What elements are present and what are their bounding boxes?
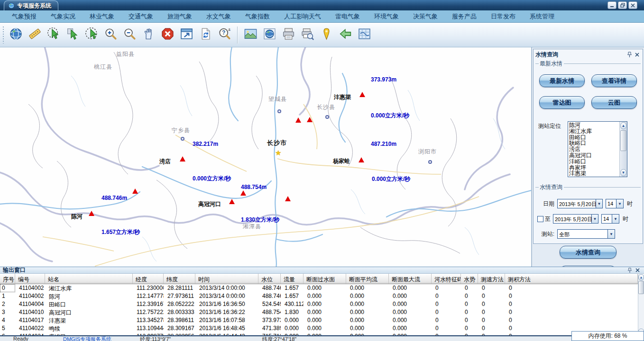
station-list-item[interactable]: 沣惠渠 [569, 170, 619, 177]
menu-item-4[interactable]: 旅游气象 [160, 11, 199, 22]
select-circle-button[interactable] [82, 25, 101, 45]
end-hour-select[interactable]: 14 ▼ [601, 214, 619, 224]
station-list-item[interactable]: 高冠河口 [569, 153, 619, 159]
station-triangle-marker[interactable] [285, 196, 291, 201]
start-hour-select[interactable]: 14 ▼ [606, 199, 624, 208]
close-button[interactable] [628, 1, 637, 9]
pin-icon[interactable] [626, 51, 633, 58]
print-preview-button[interactable] [298, 25, 317, 45]
station-list-item[interactable]: 沣峪口 [569, 159, 619, 165]
menu-item-7[interactable]: 人工影响天气 [277, 11, 328, 22]
latest-button-1[interactable]: 查看详情 [591, 74, 637, 87]
column-header-5[interactable]: 时间 [195, 274, 258, 284]
start-date-select[interactable]: 2013年 5月20日 ▼ [557, 199, 603, 208]
menu-item-6[interactable]: 气象指数 [238, 11, 277, 22]
chevron-down-icon[interactable]: ▼ [616, 199, 623, 208]
station-triangle-marker[interactable] [295, 117, 301, 123]
close-icon[interactable] [633, 51, 641, 58]
overview-map-button[interactable] [355, 25, 374, 45]
latest-button-0[interactable]: 最新水情 [539, 74, 585, 87]
station-triangle-marker[interactable] [240, 190, 246, 196]
station-list-item[interactable]: 陈河 [569, 122, 619, 128]
menu-item-13[interactable]: 系统管理 [523, 11, 561, 22]
pin-icon[interactable] [626, 267, 634, 274]
column-header-13[interactable]: 测速方法 [478, 274, 505, 284]
menu-item-0[interactable]: 气象预报 [5, 11, 44, 22]
column-header-7[interactable]: 流量 [281, 274, 304, 284]
menu-item-8[interactable]: 雷电气象 [328, 11, 367, 22]
back-button[interactable] [336, 25, 355, 45]
zoom-out-button[interactable] [120, 25, 139, 45]
menu-item-1[interactable]: 气象实况 [44, 11, 83, 22]
scrollbar-track[interactable] [620, 130, 627, 169]
column-header-12[interactable]: 水势 [461, 274, 478, 284]
refresh-button[interactable] [196, 25, 215, 45]
station-triangle-marker[interactable] [307, 117, 313, 122]
select-arrow-button[interactable] [63, 25, 82, 45]
column-header-4[interactable]: 纬度 [164, 274, 195, 284]
scrollbar-thumb[interactable] [638, 281, 644, 294]
world-view-button[interactable] [260, 25, 279, 45]
end-date-select[interactable]: 2013年 5月20日 ▼ [553, 214, 598, 224]
restore-button[interactable] [618, 1, 627, 9]
pan-hand-button[interactable] [139, 25, 158, 45]
table-row[interactable]: 241104004田峪口112.33916728.0522222013/1/6 … [0, 300, 638, 308]
scrollbar-track[interactable] [638, 281, 644, 328]
station-triangle-marker[interactable] [89, 211, 94, 216]
column-header-3[interactable]: 经度 [133, 274, 164, 284]
column-header-2[interactable]: 站名 [45, 274, 133, 284]
station-list-item[interactable]: 湘江水库 [569, 128, 619, 135]
station-triangle-marker[interactable] [132, 188, 138, 194]
toolbar-drag-handle[interactable] [2, 27, 5, 44]
full-extent-button[interactable] [177, 25, 196, 45]
measure-ruler-button[interactable] [25, 25, 44, 45]
zoom-in-button[interactable] [101, 25, 120, 45]
station-triangle-marker[interactable] [180, 156, 185, 162]
print-button[interactable] [279, 25, 298, 45]
identify-button[interactable]: ?± [215, 25, 234, 45]
scroll-up-button[interactable]: ▲ [638, 274, 644, 280]
globe-button[interactable] [6, 25, 25, 45]
latest-button-3[interactable]: 云图 [591, 96, 637, 109]
table-row[interactable]: 441104017沣惠渠113.34527828.3986112013/1/6 … [0, 316, 638, 324]
column-header-11[interactable]: 河水特征码 [432, 274, 461, 284]
chevron-down-icon[interactable]: ▼ [596, 199, 602, 208]
map-canvas[interactable]: 益阳县桃江县宁乡县望城县长沙县湘潭县浏阳市长沙市涝店陈河高冠河口杨家蛙沣惠渠38… [0, 47, 532, 267]
menu-item-12[interactable]: 日常发布 [484, 11, 523, 22]
menu-item-11[interactable]: 服务产品 [445, 11, 484, 22]
chevron-down-icon[interactable]: ▼ [607, 230, 615, 238]
menu-item-10[interactable]: 决策气象 [406, 11, 445, 22]
menu-item-3[interactable]: 交通气象 [121, 11, 160, 22]
image-export-button[interactable] [241, 25, 260, 45]
chevron-down-icon[interactable]: ▼ [612, 215, 619, 223]
column-header-6[interactable]: 水位 [258, 274, 281, 284]
table-row[interactable]: 141104002陈河112.14777827.9736112013/3/14 … [0, 292, 638, 300]
table-row[interactable]: 341104010高冠河口112.75722228.0033332013/1/6… [0, 308, 638, 316]
scroll-down-button[interactable]: ▼ [620, 169, 626, 176]
to-date-checkbox[interactable] [537, 216, 543, 222]
menu-item-2[interactable]: 林业气象 [83, 11, 121, 22]
close-icon[interactable] [634, 267, 641, 274]
chevron-down-icon[interactable]: ▼ [591, 215, 598, 223]
column-header-0[interactable]: 序号 [0, 274, 15, 284]
menu-item-9[interactable]: 环境气象 [367, 11, 406, 22]
table-row[interactable]: 541104022鸣犊113.10944428.3091672013/1/6 1… [0, 324, 638, 332]
table-row[interactable]: 041104002湘江水库111.23000028.2811112013/3/1… [0, 284, 638, 292]
scroll-up-button[interactable]: ▲ [620, 122, 626, 129]
latest-button-2[interactable]: 雷达图 [539, 96, 585, 109]
column-header-1[interactable]: 编号 [15, 274, 45, 284]
column-header-9[interactable]: 断面平均流 [346, 274, 389, 284]
column-header-10[interactable]: 断面最大流 [389, 274, 432, 284]
menu-item-5[interactable]: 水文气象 [199, 11, 238, 22]
column-header-14[interactable]: 测积方法 [505, 274, 638, 284]
minimize-button[interactable] [607, 1, 616, 9]
stop-button[interactable] [158, 25, 177, 45]
water-query-button[interactable]: 水情查询 [560, 246, 616, 259]
scrollbar-thumb[interactable] [620, 130, 626, 151]
select-features-button[interactable] [44, 25, 63, 45]
column-header-8[interactable]: 断面过水面 [304, 274, 346, 284]
station-triangle-marker[interactable] [229, 199, 235, 204]
placemark-button[interactable] [317, 25, 336, 45]
station-triangle-marker[interactable] [359, 157, 364, 162]
station-select[interactable]: 全部 ▼ [557, 229, 615, 239]
